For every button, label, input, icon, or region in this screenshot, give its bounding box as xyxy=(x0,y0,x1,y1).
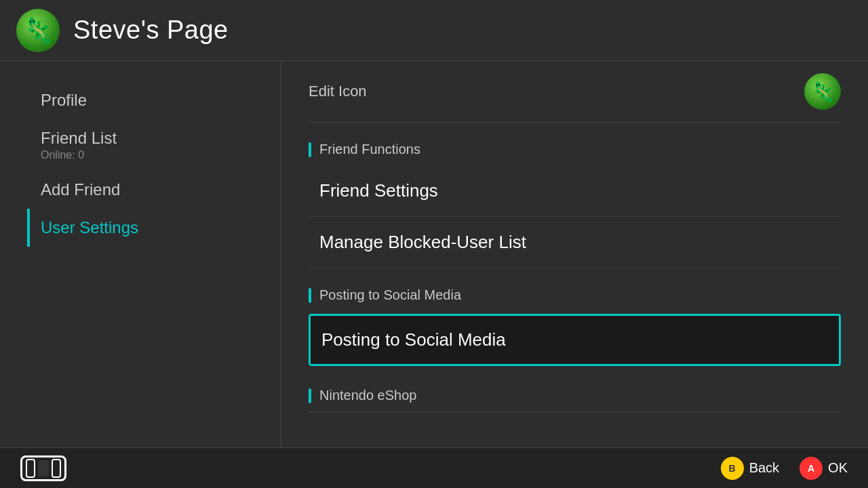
section-header-friend-functions: Friend Functions xyxy=(309,123,841,165)
switch-console-icon xyxy=(20,455,66,481)
sidebar-item-add-friend[interactable]: Add Friend xyxy=(41,171,281,209)
a-button-icon: A xyxy=(800,457,823,480)
ok-button[interactable]: A OK xyxy=(800,457,848,480)
edit-icon-label: Edit Icon xyxy=(309,83,367,100)
eshop-divider xyxy=(309,411,841,412)
joycon-left xyxy=(26,459,35,478)
menu-item-manage-blocked[interactable]: Manage Blocked-User List xyxy=(309,217,841,268)
avatar: 🦎 xyxy=(16,9,60,52)
sidebar-item-friend-list[interactable]: Friend List Online: 0 xyxy=(41,119,281,171)
avatar-icon: 🦎 xyxy=(23,16,54,45)
page-title: Steve's Page xyxy=(73,16,229,45)
joycon-right xyxy=(52,459,61,478)
menu-item-posting-social[interactable]: Posting to Social Media xyxy=(309,314,841,366)
section-header-nintendo-eshop: Nintendo eShop xyxy=(309,369,841,411)
sidebar-item-profile[interactable]: Profile xyxy=(41,81,281,119)
edit-icon-row[interactable]: Edit Icon 🦎 xyxy=(309,61,841,123)
back-label: Back xyxy=(749,460,779,476)
b-button-icon: B xyxy=(721,457,744,480)
sidebar: Profile Friend List Online: 0 Add Friend… xyxy=(0,61,281,447)
header: 🦎 Steve's Page xyxy=(0,0,868,61)
friend-list-online-count: Online: 0 xyxy=(41,149,281,161)
footer: B Back A OK xyxy=(0,447,868,488)
menu-item-friend-settings[interactable]: Friend Settings xyxy=(309,165,841,217)
sidebar-item-user-settings[interactable]: User Settings xyxy=(27,209,281,247)
edit-icon-thumbnail: 🦎 xyxy=(804,73,841,110)
main-layout: Profile Friend List Online: 0 Add Friend… xyxy=(0,61,868,447)
section-header-posting-social: Posting to Social Media xyxy=(309,268,841,311)
content-area: Edit Icon 🦎 Friend Functions Friend Sett… xyxy=(281,61,868,447)
ok-label: OK xyxy=(828,460,848,476)
footer-buttons: B Back A OK xyxy=(721,457,848,480)
back-button[interactable]: B Back xyxy=(721,457,779,480)
switch-screen xyxy=(38,460,49,476)
